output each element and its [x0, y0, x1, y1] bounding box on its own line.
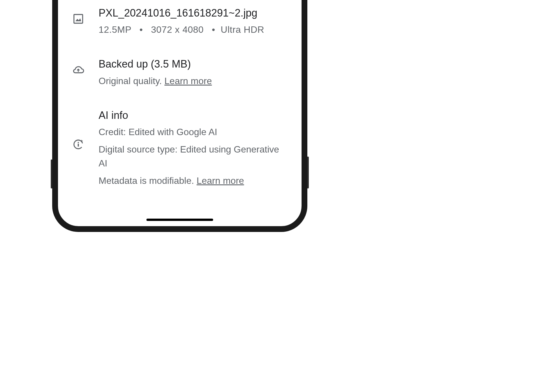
cloud-upload-icon: [71, 63, 86, 77]
image-icon: [71, 12, 86, 26]
backup-quality-label: Original quality. Learn more: [99, 74, 289, 88]
hdr-value: Ultra HDR: [221, 24, 264, 35]
dimensions-value: 3072 x 4080: [151, 24, 204, 35]
backup-quality-value: Original quality.: [99, 76, 162, 86]
filename-label: PXL_20241016_161618291~2.jpg: [99, 6, 289, 20]
ai-info-title-label: AI info: [99, 108, 289, 123]
megapixels-value: 12.5MP: [99, 24, 131, 35]
file-details-label: 12.5MP • 3072 x 4080 • Ultra HDR: [99, 23, 289, 37]
ai-metadata-label: Metadata is modifiable. Learn more: [99, 174, 289, 188]
ai-info-icon: [71, 137, 86, 152]
backup-learn-more-link[interactable]: Learn more: [164, 76, 212, 86]
file-info-text: PXL_20241016_161618291~2.jpg 12.5MP • 30…: [99, 6, 289, 37]
home-indicator[interactable]: [146, 219, 213, 221]
phone-frame: PXL_20241016_161618291~2.jpg 12.5MP • 30…: [52, 0, 307, 232]
ai-source-type-label: Digital source type: Edited using Genera…: [99, 142, 289, 170]
photo-details-panel: PXL_20241016_161618291~2.jpg 12.5MP • 30…: [58, 0, 302, 211]
ai-metadata-value: Metadata is modifiable.: [99, 175, 194, 186]
svg-rect-0: [74, 14, 83, 23]
ai-info-text: AI info Credit: Edited with Google AI Di…: [99, 108, 289, 188]
file-info-row: PXL_20241016_161618291~2.jpg 12.5MP • 30…: [71, 6, 289, 37]
ai-info-row: AI info Credit: Edited with Google AI Di…: [71, 108, 289, 188]
backup-info-row: Backed up (3.5 MB) Original quality. Lea…: [71, 57, 289, 88]
ai-learn-more-link[interactable]: Learn more: [197, 175, 244, 186]
svg-rect-3: [78, 144, 79, 146]
backup-info-text: Backed up (3.5 MB) Original quality. Lea…: [99, 57, 289, 88]
backup-title-label: Backed up (3.5 MB): [99, 57, 289, 71]
ai-credit-label: Credit: Edited with Google AI: [99, 125, 289, 139]
svg-point-2: [78, 142, 79, 143]
